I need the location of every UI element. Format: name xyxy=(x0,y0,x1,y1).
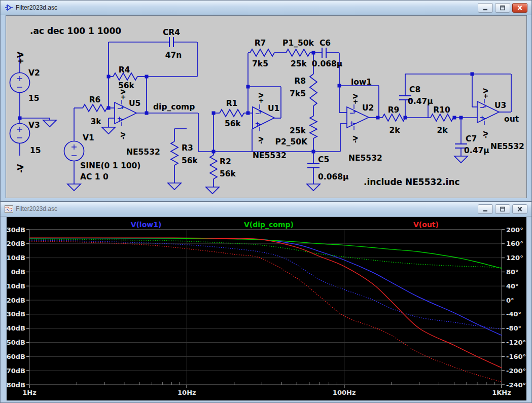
capacitor-C6[interactable] xyxy=(322,48,326,58)
ground-symbol[interactable] xyxy=(168,183,181,190)
flag-plusV-u2[interactable]: +V xyxy=(351,94,359,104)
label-u2-name[interactable]: U2 xyxy=(362,103,374,113)
close-button[interactable] xyxy=(512,3,527,13)
flag-plusV-u5[interactable]: +V xyxy=(119,89,127,100)
net-label-dip-comp[interactable]: dip_comp xyxy=(153,102,195,112)
label-r2-value[interactable]: 56k xyxy=(220,169,236,178)
label-c7-value[interactable]: 0.47µ xyxy=(464,146,489,155)
label-u5-model[interactable]: NE5532 xyxy=(126,148,160,157)
resistor-R7[interactable] xyxy=(250,49,274,56)
label-u2-model[interactable]: NE5532 xyxy=(348,154,382,163)
resistor-P2_50K[interactable] xyxy=(310,116,317,138)
minimize-button[interactable] xyxy=(478,3,493,13)
flag-minusV-u3[interactable]: -V xyxy=(482,131,489,138)
label-u5-name[interactable]: U5 xyxy=(129,99,140,108)
label-v1-name[interactable]: V1 xyxy=(83,133,94,142)
flag-minusV-u2[interactable]: -V xyxy=(351,135,359,143)
label-v3-value[interactable]: 15 xyxy=(30,146,41,155)
label-v2-name[interactable]: V2 xyxy=(28,68,40,78)
label-r7-name[interactable]: R7 xyxy=(255,39,266,48)
label-r2-name[interactable]: R2 xyxy=(220,157,231,166)
label-p1-name[interactable]: P1_50k xyxy=(282,39,314,48)
label-c7-name[interactable]: C7 xyxy=(466,134,477,143)
label-r8-name[interactable]: R8 xyxy=(294,77,306,86)
label-u3-model[interactable]: NE5532 xyxy=(490,142,524,151)
flag-plusV-u1[interactable]: +V xyxy=(257,93,265,103)
label-u1-name[interactable]: U1 xyxy=(268,104,279,113)
ground-symbol[interactable] xyxy=(67,184,81,191)
resistor-R2[interactable] xyxy=(210,155,217,179)
label-v1-value[interactable]: SINE(0 1 100) xyxy=(80,161,140,170)
label-r3-value[interactable]: 56k xyxy=(182,156,198,165)
legend-v-low1[interactable]: V(low1) xyxy=(131,221,162,229)
label-cr4-value[interactable]: 47n xyxy=(165,51,182,60)
label-c6-value[interactable]: 0.068µ xyxy=(312,59,342,68)
label-r6-value[interactable]: 3k xyxy=(90,117,101,126)
label-r9-name[interactable]: R9 xyxy=(388,105,400,115)
ltspice-desktop: { "windows": { "schematic": { "title": "… xyxy=(0,0,532,403)
ground-symbol[interactable] xyxy=(206,187,219,194)
spice-directive-ac[interactable]: .ac dec 100 1 1000 xyxy=(30,26,121,36)
flag-plusV-u3[interactable]: +V xyxy=(482,88,489,99)
waveform-canvas[interactable]: 30dB20dB10dB0dB-10dB-20dB-30dB-40dB-50dB… xyxy=(7,217,526,400)
volt-source-V2[interactable] xyxy=(10,73,30,93)
ground-symbol[interactable] xyxy=(454,156,468,163)
label-r6-name[interactable]: R6 xyxy=(89,95,101,104)
close-button[interactable] xyxy=(512,204,527,214)
label-c5-value[interactable]: 0.068µ xyxy=(318,172,348,181)
restore-button[interactable] xyxy=(495,204,510,214)
waveform-titlebar[interactable]: Filter2023d.asc xyxy=(1,202,531,216)
label-v1-value2[interactable]: AC 1 0 xyxy=(80,172,109,181)
label-u3-name[interactable]: U3 xyxy=(494,101,506,110)
resistor-R9[interactable] xyxy=(382,114,405,121)
label-r9-value[interactable]: 2k xyxy=(389,126,400,135)
resistor-R10[interactable] xyxy=(431,114,453,121)
net-label-low1[interactable]: low1 xyxy=(351,78,372,87)
schematic-canvas[interactable]: −++−−++−−++−−++− .ac dec 100 1 1000 .inc… xyxy=(6,15,527,198)
label-r1-value[interactable]: 56k xyxy=(225,119,241,128)
schematic-titlebar[interactable]: Filter2023d.asc xyxy=(1,1,531,15)
restore-button[interactable] xyxy=(495,3,510,13)
label-c6-name[interactable]: C6 xyxy=(320,39,331,48)
flag-plusV-v2[interactable]: +V xyxy=(16,52,25,64)
label-p2-value[interactable]: 25k xyxy=(290,126,306,135)
label-v3-name[interactable]: V3 xyxy=(28,121,40,130)
label-p2-name[interactable]: P2_50K xyxy=(275,137,308,146)
label-c5-name[interactable]: C5 xyxy=(318,155,329,164)
label-r4-name[interactable]: R4 xyxy=(119,65,130,75)
resistor-R1[interactable] xyxy=(220,109,244,117)
capacitor-CR4[interactable] xyxy=(169,37,173,47)
label-r3-name[interactable]: R3 xyxy=(182,143,193,153)
resistor-R6[interactable] xyxy=(83,104,107,112)
label-r7-value[interactable]: 7k5 xyxy=(252,59,268,68)
flag-minusV-u5[interactable]: -V xyxy=(119,132,127,139)
minimize-button[interactable] xyxy=(478,204,493,214)
label-r8-value[interactable]: 7k5 xyxy=(290,89,306,98)
net-label-out[interactable]: out xyxy=(504,115,519,124)
label-r4-value[interactable]: 56k xyxy=(118,81,135,90)
label-u1-model[interactable]: NE5532 xyxy=(253,151,287,160)
resistor-R3[interactable] xyxy=(171,141,178,165)
label-v2-value[interactable]: 15 xyxy=(28,94,40,103)
legend-v-out[interactable]: V(out) xyxy=(413,221,439,229)
legend-v-dip-comp[interactable]: V(dip_comp) xyxy=(244,221,294,229)
capacitor-C5[interactable] xyxy=(307,164,320,168)
spice-directive-include[interactable]: .include NE5532.inc xyxy=(364,177,460,187)
flag-minusV-v3[interactable]: -V xyxy=(16,164,25,173)
label-cr4-name[interactable]: CR4 xyxy=(163,28,180,37)
label-c8-name[interactable]: C8 xyxy=(409,85,420,94)
volt-source-V3[interactable] xyxy=(10,124,30,143)
label-r10-name[interactable]: R10 xyxy=(433,105,450,115)
label-r1-name[interactable]: R1 xyxy=(226,99,238,108)
resistor-R8[interactable] xyxy=(310,74,317,106)
label-r10-value[interactable]: 2k xyxy=(437,126,448,135)
volt-source-V1[interactable] xyxy=(64,141,84,161)
label-c8-value[interactable]: 0.47µ xyxy=(408,97,433,106)
ground-symbol[interactable] xyxy=(102,127,115,134)
ground-symbol[interactable] xyxy=(43,120,56,127)
resistor-P1_50k[interactable] xyxy=(286,49,310,56)
label-p1-value[interactable]: 25k xyxy=(291,59,307,68)
ground-symbol[interactable] xyxy=(307,184,320,191)
flag-minusV-u1[interactable]: -V xyxy=(257,136,265,144)
svg-text:−: − xyxy=(352,121,357,126)
